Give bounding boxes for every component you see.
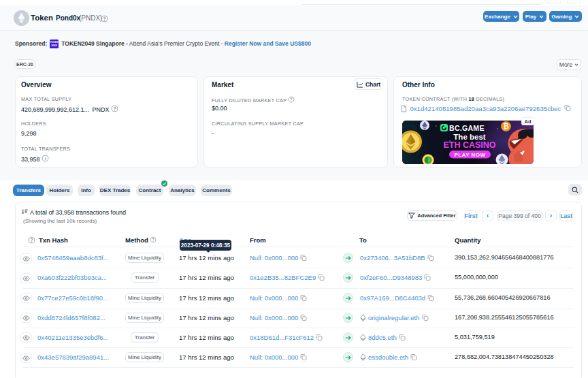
svg-text:PLAY NOW: PLAY NOW: [454, 152, 485, 158]
svg-text:ETH CASINO: ETH CASINO: [443, 140, 495, 150]
svg-text:2049: 2049: [51, 44, 57, 47]
svg-text:BC.GAME: BC.GAME: [449, 124, 485, 132]
svg-text:₿: ₿: [503, 123, 508, 130]
